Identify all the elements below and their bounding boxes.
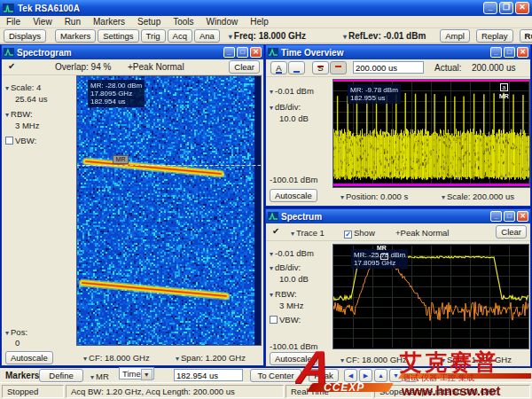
menu-window[interactable]: Window bbox=[200, 17, 245, 27]
settings-button[interactable]: Settings bbox=[98, 29, 138, 43]
to-center-button[interactable]: To Center bbox=[250, 369, 301, 382]
close-icon[interactable]: ✕ bbox=[515, 2, 529, 14]
minimize-icon[interactable]: _ bbox=[483, 2, 497, 14]
main-toolbar: Displays Markers Settings Trig Acq Ana F… bbox=[0, 28, 532, 44]
rbw-control[interactable]: RBW: bbox=[5, 109, 33, 119]
app-icon bbox=[3, 4, 14, 13]
maximize-icon[interactable]: □ bbox=[504, 211, 515, 222]
peak-left-icon[interactable]: ◀ bbox=[344, 369, 357, 382]
ampl-button[interactable]: Ampl bbox=[440, 29, 470, 43]
trace-mode-label: +Peak Normal bbox=[128, 62, 184, 72]
markers-bar-label: Markers bbox=[5, 371, 39, 380]
restore-icon[interactable]: ❐ bbox=[499, 2, 513, 14]
check-icon[interactable] bbox=[272, 226, 279, 236]
spectrogram-plot[interactable]: MR: -28.00 dBm 17.8095 GHz 182.954 us MR bbox=[76, 75, 262, 346]
show-checkbox[interactable]: ✓Show bbox=[344, 228, 375, 239]
peak-down-icon[interactable]: ▼ bbox=[389, 369, 403, 382]
menu-bar: File View Run Markers Setup Tools Window… bbox=[0, 16, 532, 28]
rbw-control[interactable]: RBW: bbox=[270, 289, 297, 299]
top-level-control[interactable]: -0.01 dBm bbox=[270, 86, 314, 96]
displays-button[interactable]: Displays bbox=[4, 29, 46, 43]
menu-view[interactable]: View bbox=[27, 17, 59, 27]
checkbox-checked-icon[interactable]: ✓ bbox=[344, 231, 352, 239]
checkbox-icon[interactable] bbox=[5, 137, 13, 145]
top-level-control[interactable]: -0.01 dBm bbox=[270, 248, 314, 258]
vbw-checkbox[interactable]: VBW: bbox=[270, 315, 301, 325]
span-control[interactable]: Span: 1.200 GHz bbox=[176, 353, 246, 363]
close-icon[interactable]: ✕ bbox=[517, 47, 528, 58]
spectrogram-panel: Spectrogram _ □ ✕ Overlap: 94 % +Peak No… bbox=[1, 44, 264, 366]
analysis-length-button[interactable] bbox=[330, 61, 347, 74]
spectrum-plot[interactable]: MR: -25.78 dBm 17.8095 GHz MR bbox=[332, 244, 529, 349]
autoscale-button[interactable]: Autoscale bbox=[5, 351, 53, 364]
check-icon[interactable] bbox=[8, 61, 15, 71]
replay-button[interactable]: Replay bbox=[476, 29, 513, 43]
menu-tools[interactable]: Tools bbox=[167, 17, 200, 27]
position-control[interactable]: Position: 0.000 s bbox=[340, 192, 408, 201]
span-control[interactable]: Span: 1.200 GHz bbox=[442, 355, 512, 364]
time-overview-icon bbox=[268, 48, 278, 57]
reflev-readout[interactable]: RefLev: -0.01 dBm bbox=[343, 31, 426, 41]
menu-setup[interactable]: Setup bbox=[131, 17, 167, 27]
menu-markers[interactable]: Markers bbox=[87, 17, 131, 27]
dbdiv-control[interactable]: dB/div: bbox=[270, 102, 301, 112]
run-button[interactable]: Run bbox=[520, 29, 532, 43]
ana-button[interactable]: Ana bbox=[194, 29, 220, 43]
freq-readout[interactable]: Freq: 18.000 GHz bbox=[229, 31, 306, 41]
vbw-checkbox[interactable]: VBW: bbox=[5, 136, 36, 145]
time-overview-panel: Time Overview _ □ ✕ A S Actual: 200.000 … bbox=[265, 44, 531, 207]
checkbox-icon[interactable] bbox=[270, 316, 278, 324]
actual-label: Actual: bbox=[434, 63, 462, 73]
window-title: Tek RSA6100A bbox=[18, 4, 80, 13]
maximize-icon[interactable]: □ bbox=[504, 47, 515, 58]
menu-run[interactable]: Run bbox=[59, 17, 87, 27]
scale-control[interactable]: Scale: 200.000 us bbox=[442, 192, 514, 201]
peak-right-icon[interactable]: ▶ bbox=[359, 369, 372, 382]
scale-value: 25.64 us bbox=[15, 94, 47, 104]
spectrogram-marker[interactable]: MR bbox=[113, 155, 129, 164]
peak-next-icon[interactable]: ▲ bbox=[404, 369, 418, 382]
dbdiv-value: 10.0 dB bbox=[279, 274, 309, 284]
bottom-level-value: -100.01 dBm bbox=[270, 341, 317, 351]
time-overview-plot[interactable]: MR: -9.78 dBm 182.955 us a MR bbox=[332, 79, 530, 188]
trig-button[interactable]: Trig bbox=[141, 29, 166, 43]
marker-select[interactable]: MR bbox=[90, 372, 109, 381]
acq-button[interactable]: Acq bbox=[168, 29, 192, 43]
clear-button[interactable]: Clear bbox=[496, 225, 527, 239]
scale-control[interactable]: Scale: 4 bbox=[5, 82, 41, 92]
minimize-icon[interactable]: _ bbox=[490, 47, 502, 58]
minimize-icon[interactable]: _ bbox=[490, 211, 502, 222]
maximize-icon[interactable]: □ bbox=[237, 47, 248, 58]
analysis-length-input[interactable] bbox=[353, 61, 424, 74]
time-overview-title: Time Overview bbox=[281, 48, 343, 58]
spectrum-length-button[interactable]: S bbox=[312, 61, 329, 74]
minimize-icon[interactable]: _ bbox=[223, 47, 235, 58]
amplitude-trace-button[interactable]: A bbox=[270, 61, 287, 74]
close-icon[interactable]: ✕ bbox=[517, 211, 528, 222]
line-trace-button[interactable] bbox=[288, 61, 305, 74]
rbw-value: 3 MHz bbox=[15, 121, 39, 130]
clear-button[interactable]: Clear bbox=[229, 60, 260, 74]
menu-help[interactable]: Help bbox=[244, 17, 275, 27]
peak-button[interactable]: Peak bbox=[309, 369, 339, 382]
markers-button[interactable]: Markers bbox=[55, 29, 96, 43]
peak-up-icon[interactable]: ▲ bbox=[374, 369, 387, 382]
overlap-readout[interactable]: Overlap: 94 % bbox=[55, 62, 111, 72]
spectrum-marker-box[interactable] bbox=[380, 254, 388, 260]
spectrogram-canvas[interactable] bbox=[77, 76, 261, 345]
close-icon[interactable]: ✕ bbox=[250, 47, 262, 58]
cf-control[interactable]: CF: 18.000 GHz bbox=[83, 353, 150, 363]
menu-file[interactable]: File bbox=[0, 17, 27, 27]
cf-control[interactable]: CF: 18.000 GHz bbox=[340, 355, 407, 364]
dbdiv-control[interactable]: dB/div: bbox=[270, 262, 301, 272]
trace-select[interactable]: Trace 1 bbox=[291, 228, 325, 238]
define-button[interactable]: Define bbox=[39, 369, 83, 382]
pos-control[interactable]: Pos: bbox=[5, 327, 27, 337]
marker-domain-select[interactable]: Time bbox=[119, 367, 154, 379]
spectrum-toolbar: Trace 1 ✓Show +Peak Normal Clear bbox=[266, 223, 530, 241]
panel-area: Spectrogram _ □ ✕ Overlap: 94 % +Peak No… bbox=[0, 44, 532, 367]
autoscale-button[interactable]: Autoscale bbox=[270, 189, 317, 202]
marker-position-input[interactable] bbox=[174, 369, 243, 381]
autoscale-button[interactable]: Autoscale bbox=[270, 352, 317, 365]
time-marker-box[interactable]: a bbox=[500, 83, 508, 91]
